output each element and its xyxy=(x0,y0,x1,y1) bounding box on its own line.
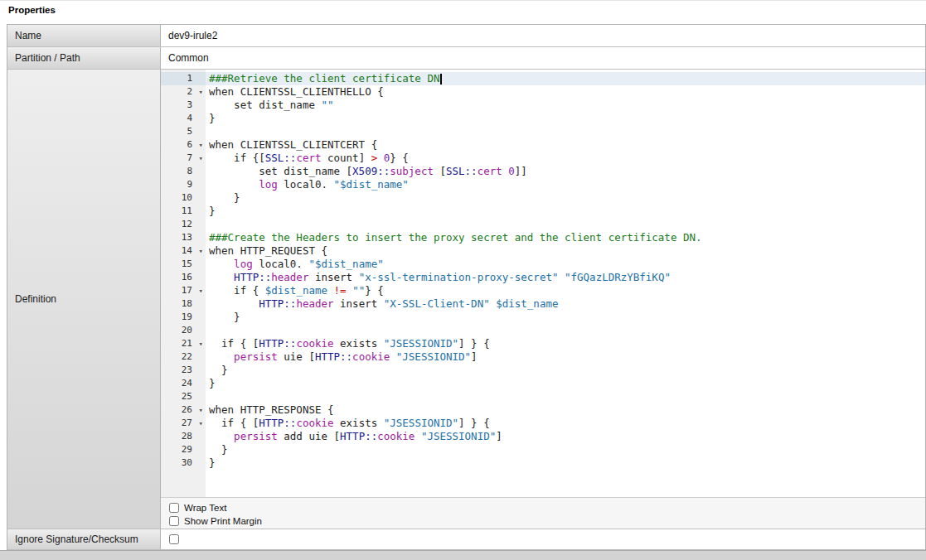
code-line[interactable]: 20 xyxy=(161,324,925,337)
code-line[interactable]: 16 HTTP::header insert "x-ssl-terminatio… xyxy=(161,271,925,284)
name-value: dev9-irule2 xyxy=(161,25,925,46)
line-number: 9 xyxy=(161,178,206,191)
line-number: 18 xyxy=(161,297,206,311)
code-text: when HTTP_REQUEST { xyxy=(206,244,925,258)
property-row-definition: Definition 1###Retrieve the client certi… xyxy=(7,70,925,529)
fold-arrow-icon[interactable]: ▾ xyxy=(199,284,203,297)
line-number: 6▾ xyxy=(161,138,206,152)
code-line[interactable]: 24} xyxy=(161,377,925,390)
code-line[interactable]: 5 xyxy=(161,125,925,138)
editor-options: Wrap Text Show Print Margin xyxy=(161,497,925,529)
code-line[interactable]: 14▾when HTTP_REQUEST { xyxy=(161,244,925,258)
code-line[interactable]: 7▾ if {[SSL::cert count] > 0} { xyxy=(161,152,925,165)
code-line[interactable]: 13###Create the Headers to insert the pr… xyxy=(161,231,925,244)
ignore-signature-checkbox[interactable] xyxy=(169,534,179,544)
line-number: 28 xyxy=(161,430,206,443)
partition-path-label: Partition / Path xyxy=(7,47,161,69)
code-line[interactable]: 18 HTTP::header insert "X-SSL-Client-DN"… xyxy=(161,297,925,311)
show-print-margin-checkbox[interactable] xyxy=(169,516,179,526)
code-text: log local0. "$dist_name" xyxy=(206,258,925,271)
code-text: log local0. "$dist_name" xyxy=(206,178,925,191)
fold-arrow-icon[interactable]: ▾ xyxy=(199,244,203,258)
code-text: persist uie [HTTP::cookie "JSESSIONID"] xyxy=(206,350,925,364)
code-text: set dist_name "" xyxy=(206,99,925,112)
code-line[interactable]: 11} xyxy=(161,205,925,218)
fold-arrow-icon[interactable]: ▾ xyxy=(199,417,203,430)
line-number: 19 xyxy=(161,311,206,324)
wrap-text-option: Wrap Text xyxy=(169,501,925,514)
line-number: 4 xyxy=(161,112,206,125)
code-line[interactable]: 3 set dist_name "" xyxy=(161,99,925,112)
code-text: } xyxy=(206,364,925,377)
page-title: Properties xyxy=(8,5,56,15)
partition-path-value: Common xyxy=(161,47,925,69)
code-line[interactable]: 12 xyxy=(161,218,925,231)
code-line[interactable]: 25 xyxy=(161,390,925,403)
line-number: 3 xyxy=(161,99,206,112)
code-line[interactable]: 6▾when CLIENTSSL_CLIENTCERT { xyxy=(161,138,925,152)
code-text: when HTTP_RESPONSE { xyxy=(206,403,925,417)
code-text: if {[SSL::cert count] > 0} { xyxy=(206,152,925,165)
code-text: if { $dist_name != ""} { xyxy=(206,284,925,297)
code-editor[interactable]: 1###Retrieve the client certificate DN2▾… xyxy=(161,70,925,497)
fold-arrow-icon[interactable]: ▾ xyxy=(199,138,203,152)
code-line[interactable]: 17▾ if { $dist_name != ""} { xyxy=(161,284,925,297)
show-print-margin-option: Show Print Margin xyxy=(169,514,925,528)
code-text: } xyxy=(206,191,925,205)
line-number: 21▾ xyxy=(161,337,206,350)
ignore-signature-label: Ignore Signature/Checksum xyxy=(7,529,161,549)
code-line[interactable]: 2▾when CLIENTSSL_CLIENTHELLO { xyxy=(161,85,925,99)
code-editor-lines: 1###Retrieve the client certificate DN2▾… xyxy=(161,72,925,470)
code-text: when CLIENTSSL_CLIENTCERT { xyxy=(206,138,925,152)
code-text: } xyxy=(206,311,925,324)
line-number: 29 xyxy=(161,443,206,456)
code-line[interactable]: 23 } xyxy=(161,364,925,377)
line-number: 14▾ xyxy=(161,244,206,258)
code-line[interactable]: 21▾ if { [HTTP::cookie exists "JSESSIONI… xyxy=(161,337,925,350)
fold-arrow-icon[interactable]: ▾ xyxy=(199,85,203,99)
property-row-ignore-signature: Ignore Signature/Checksum xyxy=(7,529,925,550)
fold-arrow-icon[interactable]: ▾ xyxy=(199,403,203,417)
code-line[interactable]: 26▾when HTTP_RESPONSE { xyxy=(161,403,925,417)
code-line[interactable]: 8 set dist_name [X509::subject [SSL::cer… xyxy=(161,165,925,178)
code-line[interactable]: 22 persist uie [HTTP::cookie "JSESSIONID… xyxy=(161,350,925,364)
line-number: 16 xyxy=(161,271,206,284)
definition-label: Definition xyxy=(7,70,161,529)
code-text: } xyxy=(206,377,925,390)
fold-arrow-icon[interactable]: ▾ xyxy=(199,152,203,165)
code-line[interactable]: 4} xyxy=(161,112,925,125)
fold-arrow-icon[interactable]: ▾ xyxy=(199,337,203,350)
code-line[interactable]: 19 } xyxy=(161,311,925,324)
code-line[interactable]: 30} xyxy=(161,456,925,470)
line-number: 13 xyxy=(161,231,206,244)
line-number: 8 xyxy=(161,165,206,178)
show-print-margin-label: Show Print Margin xyxy=(184,516,262,526)
name-label: Name xyxy=(7,25,161,46)
code-line[interactable]: 27▾ if { [HTTP::cookie exists "JSESSIONI… xyxy=(161,417,925,430)
code-text: when CLIENTSSL_CLIENTHELLO { xyxy=(206,85,925,99)
text-cursor xyxy=(440,74,442,84)
line-number: 30 xyxy=(161,456,206,470)
line-number: 10 xyxy=(161,191,206,205)
wrap-text-checkbox[interactable] xyxy=(169,503,179,513)
line-number: 27▾ xyxy=(161,417,206,430)
definition-cell: 1###Retrieve the client certificate DN2▾… xyxy=(161,70,925,529)
line-number: 17▾ xyxy=(161,284,206,297)
code-line[interactable]: 1###Retrieve the client certificate DN xyxy=(161,72,925,85)
code-text: } xyxy=(206,443,925,456)
code-text: ###Retrieve the client certificate DN xyxy=(206,72,925,85)
code-text: if { [HTTP::cookie exists "JSESSIONID"] … xyxy=(206,417,925,430)
line-number: 5 xyxy=(161,125,206,138)
code-line[interactable]: 28 persist add uie [HTTP::cookie "JSESSI… xyxy=(161,430,925,443)
line-number: 1 xyxy=(161,72,206,85)
line-number: 23 xyxy=(161,364,206,377)
property-row-name: Name dev9-irule2 xyxy=(7,25,925,47)
code-line[interactable]: 9 log local0. "$dist_name" xyxy=(161,178,925,191)
code-line[interactable]: 15 log local0. "$dist_name" xyxy=(161,258,925,271)
wrap-text-label: Wrap Text xyxy=(184,503,226,513)
line-number: 2▾ xyxy=(161,85,206,99)
line-number: 22 xyxy=(161,350,206,364)
code-text xyxy=(206,390,925,403)
code-line[interactable]: 29 } xyxy=(161,443,925,456)
code-line[interactable]: 10 } xyxy=(161,191,925,205)
